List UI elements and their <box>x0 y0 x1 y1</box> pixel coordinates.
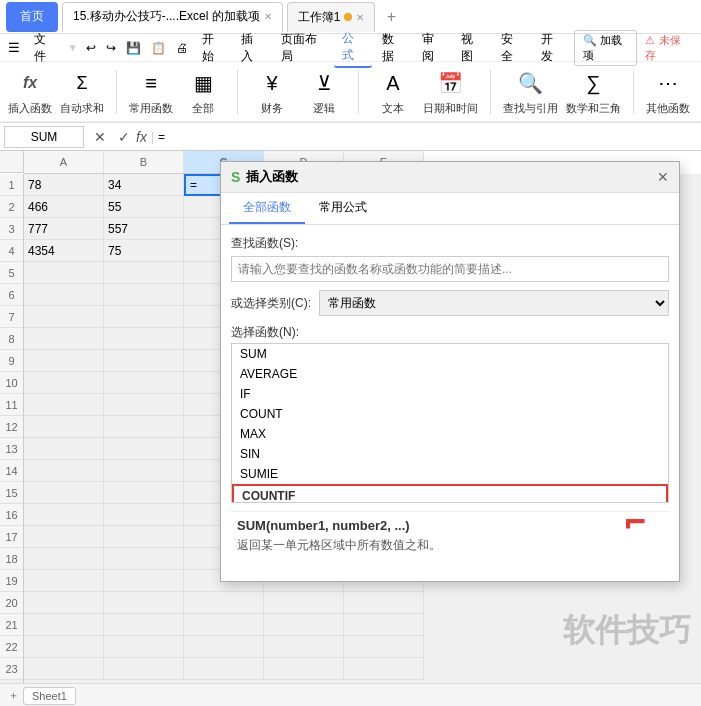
lookup-group[interactable]: 🔍 查找与引用 <box>503 67 558 116</box>
cell-c21[interactable] <box>184 614 264 636</box>
copy-icon[interactable]: 📋 <box>147 39 170 57</box>
cell-c20[interactable] <box>184 592 264 614</box>
tab-home[interactable]: 首页 <box>6 2 58 32</box>
cell-b22[interactable] <box>104 636 184 658</box>
insert-function-group[interactable]: fx 插入函数 <box>8 67 52 116</box>
tab-excel-close[interactable]: ✕ <box>264 11 272 22</box>
menu-file[interactable]: 文件 <box>26 29 64 67</box>
save-icon[interactable]: 💾 <box>122 39 145 57</box>
cell-a5[interactable] <box>24 262 104 284</box>
undo-icon[interactable]: ↩ <box>82 39 100 57</box>
name-box[interactable] <box>4 126 84 148</box>
cell-b17[interactable] <box>104 526 184 548</box>
cell-b14[interactable] <box>104 460 184 482</box>
cell-a1[interactable]: 78 <box>24 174 104 196</box>
cell-b11[interactable] <box>104 394 184 416</box>
logic-group[interactable]: ⊻ 逻辑 <box>302 67 346 116</box>
cell-a8[interactable] <box>24 328 104 350</box>
cell-c22[interactable] <box>184 636 264 658</box>
cell-e22[interactable] <box>344 636 424 658</box>
func-max[interactable]: MAX <box>232 424 668 444</box>
cell-a11[interactable] <box>24 394 104 416</box>
cell-b7[interactable] <box>104 306 184 328</box>
cell-c23[interactable] <box>184 658 264 680</box>
cell-a17[interactable] <box>24 526 104 548</box>
cell-b20[interactable] <box>104 592 184 614</box>
cell-b5[interactable] <box>104 262 184 284</box>
func-sin[interactable]: SIN <box>232 444 668 464</box>
cell-d21[interactable] <box>264 614 344 636</box>
func-countif[interactable]: COUNTIF <box>232 484 668 503</box>
func-count[interactable]: COUNT <box>232 404 668 424</box>
search-addins[interactable]: 🔍 加载项 <box>574 30 637 66</box>
cell-b6[interactable] <box>104 284 184 306</box>
autosum-group[interactable]: Σ 自动求和 <box>60 67 104 116</box>
formula-confirm-btn[interactable]: ✓ <box>112 129 136 145</box>
cell-b3[interactable]: 557 <box>104 218 184 240</box>
tab-workbook-close[interactable]: ✕ <box>356 12 364 23</box>
datetime-group[interactable]: 📅 日期和时间 <box>423 67 478 116</box>
cell-a18[interactable] <box>24 548 104 570</box>
cell-a15[interactable] <box>24 482 104 504</box>
common-funcs-group[interactable]: ≡ 常用函数 <box>129 67 173 116</box>
cell-b1[interactable]: 34 <box>104 174 184 196</box>
cell-d23[interactable] <box>264 658 344 680</box>
cell-a22[interactable] <box>24 636 104 658</box>
func-average[interactable]: AVERAGE <box>232 364 668 384</box>
cell-a2[interactable]: 466 <box>24 196 104 218</box>
cell-a23[interactable] <box>24 658 104 680</box>
cell-b2[interactable]: 55 <box>104 196 184 218</box>
cell-b8[interactable] <box>104 328 184 350</box>
menu-formula[interactable]: 公式 <box>334 28 372 68</box>
dialog-tab-common[interactable]: 常用公式 <box>305 193 381 224</box>
cell-a16[interactable] <box>24 504 104 526</box>
dialog-close-button[interactable]: ✕ <box>657 169 669 185</box>
cell-b21[interactable] <box>104 614 184 636</box>
menu-insert[interactable]: 插入 <box>233 29 271 67</box>
cell-d20[interactable] <box>264 592 344 614</box>
dialog-tab-all[interactable]: 全部函数 <box>229 193 305 224</box>
more-funcs-group[interactable]: ⋯ 其他函数 <box>646 67 690 116</box>
cell-b9[interactable] <box>104 350 184 372</box>
cell-b10[interactable] <box>104 372 184 394</box>
cell-e23[interactable] <box>344 658 424 680</box>
cell-d22[interactable] <box>264 636 344 658</box>
func-if[interactable]: IF <box>232 384 668 404</box>
search-input[interactable] <box>231 256 669 282</box>
menu-data[interactable]: 数据 <box>374 29 412 67</box>
cell-a19[interactable] <box>24 570 104 592</box>
all-group[interactable]: ▦ 全部 <box>181 67 225 116</box>
formula-cancel-btn[interactable]: ✕ <box>88 129 112 145</box>
menu-layout[interactable]: 页面布局 <box>273 29 332 67</box>
menu-dev[interactable]: 开发 <box>533 29 571 67</box>
cell-a14[interactable] <box>24 460 104 482</box>
cell-b23[interactable] <box>104 658 184 680</box>
cell-a21[interactable] <box>24 614 104 636</box>
redo-icon[interactable]: ↪ <box>102 39 120 57</box>
cell-b18[interactable] <box>104 548 184 570</box>
cell-b19[interactable] <box>104 570 184 592</box>
func-sum[interactable]: SUM <box>232 344 668 364</box>
cell-b13[interactable] <box>104 438 184 460</box>
math-group[interactable]: ∑ 数学和三角 <box>566 67 621 116</box>
category-select[interactable]: 常用函数 <box>319 290 669 316</box>
cell-e21[interactable] <box>344 614 424 636</box>
cell-a10[interactable] <box>24 372 104 394</box>
print-icon[interactable]: 🖨 <box>172 39 192 57</box>
cell-a9[interactable] <box>24 350 104 372</box>
add-tab-button[interactable]: + <box>379 5 403 29</box>
finance-group[interactable]: ¥ 财务 <box>250 67 294 116</box>
cell-a20[interactable] <box>24 592 104 614</box>
cell-b16[interactable] <box>104 504 184 526</box>
func-sumie[interactable]: SUMIE <box>232 464 668 484</box>
menu-view[interactable]: 视图 <box>453 29 491 67</box>
cell-b12[interactable] <box>104 416 184 438</box>
cell-e20[interactable] <box>344 592 424 614</box>
cell-b4[interactable]: 75 <box>104 240 184 262</box>
cell-a12[interactable] <box>24 416 104 438</box>
menu-start[interactable]: 开始 <box>194 29 232 67</box>
tab-excel[interactable]: 15.移动办公技巧-....Excel 的加载项 ✕ <box>62 2 283 32</box>
add-sheet-btn[interactable]: ＋ <box>8 688 19 703</box>
menu-review[interactable]: 审阅 <box>414 29 452 67</box>
cell-a3[interactable]: 777 <box>24 218 104 240</box>
